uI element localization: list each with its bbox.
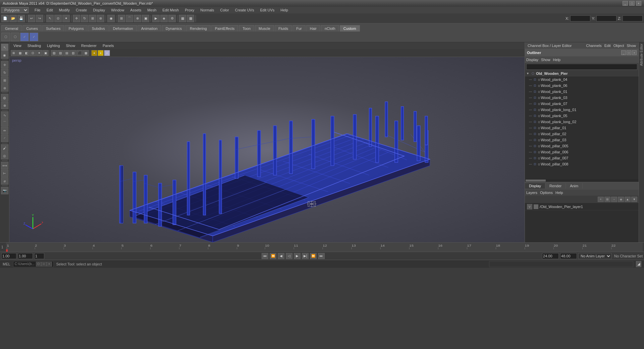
layer-item-old-wooden-pier[interactable]: V /Old_Wooden_Pier_layer1 bbox=[525, 203, 639, 210]
arc-len[interactable]: ⌀ bbox=[1, 177, 8, 185]
menu-modify[interactable]: Modify bbox=[56, 7, 72, 13]
outliner-item-wood-pillar-01[interactable]: — ⊡ o Wood_pillar_01 bbox=[525, 125, 639, 131]
outliner-content[interactable]: ▼ ⬡ Old_Wooden_Pier — ⊡ o Wood_plank_04 … bbox=[525, 70, 639, 179]
vp-icon-3[interactable]: ◧ bbox=[23, 50, 30, 56]
outliner-item-wood-pillar-02[interactable]: — ⊡ o Wood_pillar_02 bbox=[525, 131, 639, 137]
layer-menu-layers[interactable]: Layers bbox=[526, 191, 537, 195]
layer-tab-render[interactable]: Render bbox=[545, 183, 566, 189]
script-btn-3[interactable]: × bbox=[47, 262, 52, 266]
outliner-item-wood-pillar-007[interactable]: — ⊡ o Wood_pillar_007 bbox=[525, 155, 639, 161]
vp-icon-1[interactable]: ⊞ bbox=[11, 50, 17, 56]
arc-tool[interactable]: ◜ bbox=[1, 135, 8, 142]
vp-icon-6[interactable]: ▣ bbox=[43, 50, 49, 56]
snap-view-button[interactable]: ▣ bbox=[142, 15, 149, 22]
menu-edit[interactable]: Edit bbox=[44, 7, 56, 13]
render-settings-button[interactable]: ⚙ bbox=[168, 15, 176, 22]
layer-create-btn[interactable]: + bbox=[598, 197, 604, 202]
vp-icon-8[interactable]: ▧ bbox=[57, 50, 63, 56]
restore-button[interactable]: □ bbox=[629, 1, 635, 6]
cb-menu-show[interactable]: Show bbox=[627, 44, 636, 48]
shelf-icon-1[interactable]: ⬡ bbox=[1, 33, 10, 41]
outliner-item-wood-pillar-008[interactable]: — ⊡ o Wood_pillar_008 bbox=[525, 161, 639, 167]
vp-icon-9[interactable]: ▤ bbox=[64, 50, 70, 56]
scale-tool-button[interactable]: ⊞ bbox=[89, 15, 96, 22]
shelf-tab-painteffects[interactable]: PaintEffects bbox=[211, 25, 238, 32]
snap-point-button[interactable]: ⊕ bbox=[134, 15, 141, 22]
shelf-tab-fluids[interactable]: Fluids bbox=[275, 25, 292, 32]
viewport-menu-panels[interactable]: Panels bbox=[100, 43, 117, 48]
soft-mod-tool[interactable]: ◍ bbox=[1, 94, 8, 101]
window-controls[interactable]: _ □ × bbox=[623, 1, 641, 6]
menu-mesh[interactable]: Mesh bbox=[145, 7, 159, 13]
paint-sel-tool[interactable]: ◉ bbox=[1, 51, 8, 59]
outliner-h-scroll-thumb[interactable] bbox=[526, 180, 546, 182]
vp-icon-11[interactable]: ⬛ bbox=[76, 50, 83, 56]
mode-selector[interactable]: Polygons Surfaces Dynamics Rendering bbox=[1, 7, 29, 13]
attribute-editor-label[interactable]: Attribute Editor bbox=[640, 44, 643, 66]
cb-menu-object[interactable]: Object bbox=[613, 44, 624, 48]
pencil-curve[interactable]: ✏ bbox=[1, 127, 8, 134]
shelf-tab-fur[interactable]: Fur bbox=[292, 25, 306, 32]
outliner-menu-display[interactable]: Display bbox=[526, 58, 538, 62]
layer-create-from-selected-btn[interactable]: ⊞ bbox=[604, 197, 610, 202]
playback-start-field[interactable]: 1.00 bbox=[1, 253, 16, 259]
viewport-menu-shading[interactable]: Shading bbox=[25, 43, 44, 48]
outliner-window-controls[interactable]: _ □ × bbox=[621, 50, 637, 55]
outliner-item-wood-pillar-03[interactable]: — ⊡ o Wood_pillar_03 bbox=[525, 137, 639, 143]
shelf-checkmark-1[interactable]: ✓ bbox=[20, 33, 29, 41]
quick-layout-button[interactable]: ▩ bbox=[187, 15, 194, 22]
outliner-root-item[interactable]: ▼ ⬡ Old_Wooden_Pier bbox=[525, 70, 639, 77]
measure-dist[interactable]: ⟺ bbox=[1, 162, 8, 169]
shelf-tab-rendering[interactable]: Rendering bbox=[186, 25, 211, 32]
prev-frame-button[interactable]: ◀ bbox=[278, 253, 284, 259]
sculpt-tool[interactable]: ◎ bbox=[1, 152, 8, 159]
viewport-menu-renderer[interactable]: Renderer bbox=[78, 43, 99, 48]
outliner-item-wood-pillar-005[interactable]: — ⊡ o Wood_pillar_005 bbox=[525, 143, 639, 149]
anim-layer-selector[interactable]: No Anim Layer bbox=[578, 253, 611, 259]
viewport-menu-view[interactable]: View bbox=[11, 43, 24, 48]
vp-icon-10[interactable]: ▥ bbox=[70, 50, 76, 56]
shelf-tab-deformation[interactable]: Deformation bbox=[109, 25, 137, 32]
script-btn-1[interactable]: ⬡ bbox=[36, 262, 41, 266]
vp-light-3[interactable]: ● bbox=[104, 50, 110, 56]
outliner-item-wood-plank-03[interactable]: — ⊡ o Wood_plank_03 bbox=[525, 95, 639, 101]
viewport-menu-show[interactable]: Show bbox=[63, 43, 78, 48]
layer-visibility-toggle[interactable]: V bbox=[527, 204, 532, 209]
script-btn-2[interactable]: □ bbox=[41, 262, 47, 266]
menu-edit-uvs[interactable]: Edit UVs bbox=[257, 7, 277, 13]
play-forward-button[interactable]: ▶ bbox=[294, 253, 301, 259]
menu-edit-mesh[interactable]: Edit Mesh bbox=[160, 7, 181, 13]
ep-curve[interactable]: ⌒ bbox=[1, 119, 8, 127]
shelf-tab-muscle[interactable]: Muscle bbox=[255, 25, 274, 32]
outliner-item-wood-plank-07[interactable]: — ⊡ o Wood_plank_07 bbox=[525, 101, 639, 107]
save-scene-button[interactable]: 💾 bbox=[17, 15, 25, 22]
cb-menu-edit[interactable]: Edit bbox=[604, 44, 611, 48]
y-input[interactable] bbox=[596, 15, 616, 21]
select-tool[interactable]: ↖ bbox=[1, 44, 8, 51]
rotate-tool[interactable]: ↻ bbox=[1, 69, 8, 76]
universal-man[interactable]: ⊛ bbox=[1, 84, 8, 92]
resize-handle[interactable]: ◢ bbox=[636, 261, 641, 267]
vp-icon-5[interactable]: ✦ bbox=[36, 50, 42, 56]
outliner-h-scrollbar[interactable] bbox=[525, 179, 639, 182]
outliner-close[interactable]: × bbox=[632, 50, 637, 55]
shelf-tab-curves[interactable]: Curves bbox=[22, 25, 42, 32]
paint-3d[interactable]: 🖌 bbox=[1, 144, 8, 152]
outliner-item-wood-plank-04[interactable]: — ⊡ o Wood_plank_04 bbox=[525, 77, 639, 83]
vp-icon-7[interactable]: ▨ bbox=[51, 50, 57, 56]
universal-manipulator-button[interactable]: ⊛ bbox=[97, 15, 104, 22]
layer-menu-options[interactable]: Options bbox=[540, 191, 553, 195]
menu-display[interactable]: Display bbox=[90, 7, 108, 13]
ipr-button[interactable]: ◈ bbox=[160, 15, 168, 22]
layer-tab-anim[interactable]: Anim bbox=[566, 183, 583, 189]
timeline-ruler[interactable]: 1 2 3 4 5 6 7 8 9 10 11 12 13 14 15 16 1… bbox=[6, 243, 643, 252]
shelf-tab-toon[interactable]: Toon bbox=[239, 25, 254, 32]
outliner-menu-show[interactable]: Show bbox=[541, 58, 550, 62]
move-tool[interactable]: ✛ bbox=[1, 61, 8, 68]
vp-icon-2[interactable]: ▦ bbox=[17, 50, 23, 56]
cb-menu-channels[interactable]: Channels bbox=[586, 44, 601, 48]
outliner-minimize[interactable]: _ bbox=[621, 50, 626, 55]
vp-light-2[interactable]: ● bbox=[98, 50, 104, 56]
shelf-tab-polygons[interactable]: Polygons bbox=[65, 25, 87, 32]
shelf-tab-animation[interactable]: Animation bbox=[138, 25, 161, 32]
